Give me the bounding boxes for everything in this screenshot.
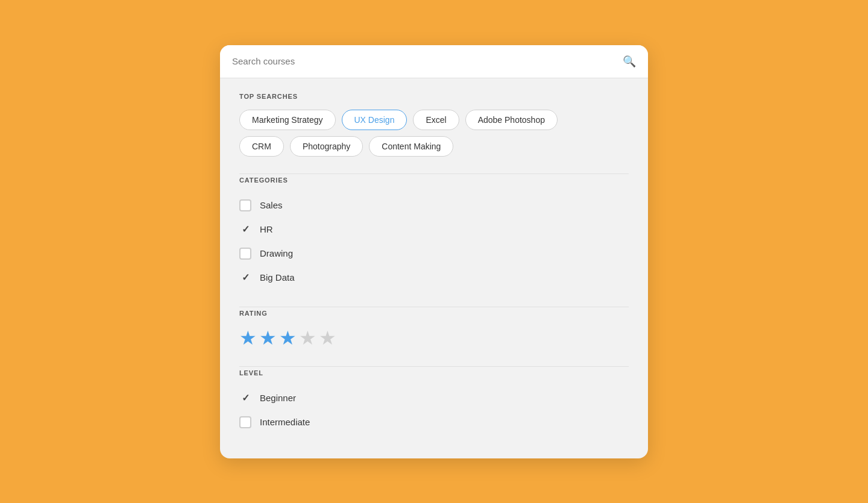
checkbox-bigdata[interactable]: ✓ <box>239 272 251 284</box>
categories-title: CATEGORIES <box>239 177 629 184</box>
category-sales-label: Sales <box>260 200 283 210</box>
checkbox-sales[interactable] <box>239 199 251 211</box>
tags-row-1: Marketing Strategy UX Design Excel Adobe… <box>239 110 629 130</box>
checkbox-beginner[interactable]: ✓ <box>239 392 251 404</box>
level-intermediate[interactable]: Intermediate <box>239 410 629 434</box>
rating-title: RATING <box>239 310 629 317</box>
checkmark-bigdata: ✓ <box>242 272 250 283</box>
tag-marketing-strategy[interactable]: Marketing Strategy <box>239 110 336 130</box>
tag-content-making[interactable]: Content Making <box>369 136 453 157</box>
category-drawing[interactable]: Drawing <box>239 242 629 266</box>
search-icon: 🔍 <box>623 55 636 68</box>
level-title: LEVEL <box>239 369 629 376</box>
category-bigdata[interactable]: ✓ Big Data <box>239 266 629 290</box>
stars-container: ★ ★ ★ ★ ★ <box>239 326 629 349</box>
checkbox-drawing[interactable] <box>239 248 251 260</box>
category-hr-label: HR <box>260 224 273 234</box>
divider-3 <box>239 366 629 367</box>
star-2[interactable]: ★ <box>259 326 277 349</box>
star-3[interactable]: ★ <box>279 326 297 349</box>
tag-adobe-photoshop[interactable]: Adobe Photoshop <box>465 110 558 130</box>
level-beginner[interactable]: ✓ Beginner <box>239 386 629 410</box>
rating-section: RATING ★ ★ ★ ★ ★ <box>239 310 629 349</box>
checkbox-hr[interactable]: ✓ <box>239 223 251 236</box>
tags-row-2: CRM Photography Content Making <box>239 136 629 157</box>
tag-ux-design[interactable]: UX Design <box>342 110 407 130</box>
level-beginner-label: Beginner <box>260 393 296 403</box>
level-intermediate-label: Intermediate <box>260 417 310 427</box>
category-drawing-label: Drawing <box>260 248 293 258</box>
divider-1 <box>239 173 629 174</box>
category-hr[interactable]: ✓ HR <box>239 217 629 242</box>
categories-section: CATEGORIES Sales ✓ HR Drawing ✓ Big Data <box>239 177 629 290</box>
category-sales[interactable]: Sales <box>239 193 629 217</box>
checkbox-intermediate[interactable] <box>239 416 251 428</box>
tag-excel[interactable]: Excel <box>413 110 459 130</box>
checkmark-beginner: ✓ <box>242 392 250 404</box>
top-searches-title: TOP SEARCHES <box>239 93 629 100</box>
search-bar: 🔍 <box>220 45 648 78</box>
search-input[interactable] <box>232 56 623 66</box>
tag-crm[interactable]: CRM <box>239 136 284 157</box>
top-searches-section: TOP SEARCHES Marketing Strategy UX Desig… <box>239 93 629 157</box>
divider-2 <box>239 307 629 307</box>
category-bigdata-label: Big Data <box>260 272 295 283</box>
checkmark-hr: ✓ <box>242 223 250 235</box>
search-panel: 🔍 TOP SEARCHES Marketing Strategy UX Des… <box>220 45 648 458</box>
star-1[interactable]: ★ <box>239 326 257 349</box>
tag-photography[interactable]: Photography <box>290 136 363 157</box>
panel-content: TOP SEARCHES Marketing Strategy UX Desig… <box>220 78 648 458</box>
star-5[interactable]: ★ <box>319 326 336 349</box>
level-section: LEVEL ✓ Beginner Intermediate <box>239 369 629 434</box>
star-4[interactable]: ★ <box>299 326 316 349</box>
